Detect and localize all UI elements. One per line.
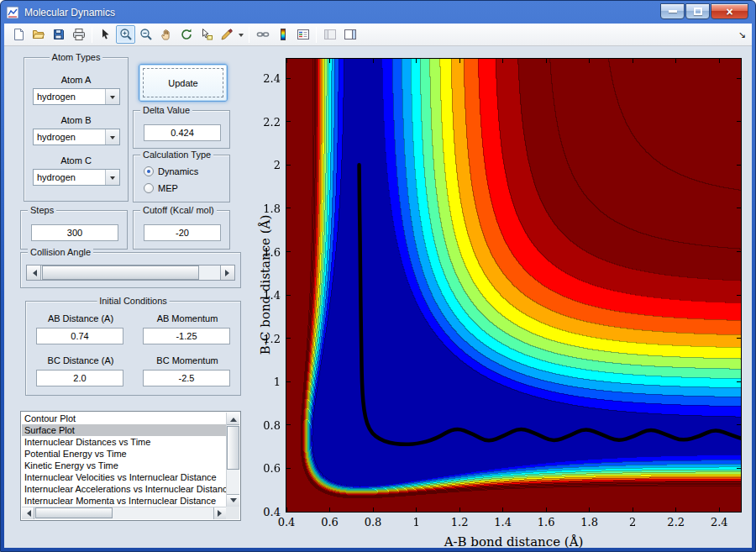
chevron-down-icon: [239, 34, 244, 39]
y-tick: [737, 165, 741, 166]
rotate-3d-button[interactable]: [176, 25, 196, 44]
x-tick-label: 1.8: [580, 516, 598, 528]
save-figure-button[interactable]: [49, 25, 68, 44]
plot-list-item[interactable]: Internuclear Velocities vs Internuclear …: [22, 471, 226, 483]
update-button[interactable]: Update: [139, 64, 228, 102]
plot-list-item[interactable]: Contour Plot: [22, 413, 226, 424]
delta-value-group: Delta Value: [133, 110, 230, 149]
x-tick: [589, 59, 590, 63]
y-tick-label: 0.8: [263, 418, 281, 431]
y-tick-label: 2: [274, 159, 281, 171]
maximize-icon: [694, 8, 702, 15]
maximize-button[interactable]: [685, 3, 710, 19]
scroll-down-button[interactable]: [227, 494, 239, 507]
print-figure-button[interactable]: [69, 25, 88, 44]
hide-plot-tools-button[interactable]: [320, 25, 339, 44]
insert-colorbar-button[interactable]: [273, 25, 292, 44]
radio-dynamics[interactable]: Dynamics: [144, 166, 198, 176]
x-tick-label: 1.2: [451, 516, 469, 528]
y-tick: [286, 468, 291, 469]
cutoff-field[interactable]: [144, 224, 221, 241]
radio-mep[interactable]: MEP: [144, 183, 178, 193]
ab-distance-field[interactable]: [36, 328, 123, 344]
x-tick: [416, 59, 417, 63]
scroll-left-button[interactable]: [22, 507, 34, 519]
hand-icon: [160, 28, 173, 41]
atom-c-select[interactable]: hydrogen: [33, 169, 120, 186]
y-tick: [286, 78, 291, 79]
zoom-in-button[interactable]: [116, 25, 135, 44]
brush-dropdown-button[interactable]: [237, 25, 245, 44]
collision-angle-slider[interactable]: [26, 265, 235, 281]
rotate-icon: [180, 28, 193, 41]
data-cursor-button[interactable]: [197, 25, 216, 44]
y-tick: [286, 381, 291, 382]
radio-icon: [144, 166, 154, 176]
minimize-button[interactable]: [660, 3, 685, 19]
new-figure-icon: [12, 28, 25, 41]
matlab-figure-icon: [6, 6, 19, 19]
plot-list-item[interactable]: Internuclear Momenta vs Internuclear Dis…: [22, 495, 226, 507]
pan-button[interactable]: [156, 25, 176, 44]
plot-list-item[interactable]: Internuclear Accelerations vs Internucle…: [22, 483, 226, 495]
calculation-type-group: Calculation Type Dynamics MEP: [133, 155, 230, 202]
atom-a-label: Atom A: [24, 75, 128, 85]
x-tick: [459, 507, 460, 512]
x-tick: [329, 507, 330, 512]
horizontal-scrollbar[interactable]: [22, 507, 226, 519]
slider-thumb[interactable]: [42, 265, 199, 280]
x-axis-label: A-B bond distance (Å): [286, 534, 741, 548]
ab-distance-label: AB Distance (A): [34, 313, 127, 323]
y-tick-label: 0.6: [263, 462, 281, 475]
plot-list-item[interactable]: Kinetic Energy vs Time: [22, 460, 226, 471]
y-tick: [737, 78, 741, 79]
atom-b-select[interactable]: hydrogen: [33, 129, 120, 145]
x-tick: [546, 59, 547, 63]
new-figure-button[interactable]: [8, 25, 28, 44]
toolbar-overflow-arrow[interactable]: ↘: [738, 29, 748, 40]
print-figure-icon: [72, 28, 86, 41]
plot-list-item[interactable]: Internuclear Distances vs Time: [22, 436, 226, 448]
slider-right-arrow[interactable]: [220, 265, 234, 280]
y-tick: [286, 165, 291, 166]
x-tick: [373, 59, 374, 63]
title-bar[interactable]: Molecular Dynamics ×: [1, 1, 755, 24]
steps-field[interactable]: [31, 224, 118, 241]
y-tick: [286, 512, 291, 513]
y-tick-label: 0.4: [263, 506, 281, 518]
plot-list-item[interactable]: Surface Plot: [22, 424, 226, 436]
vertical-scrollbar[interactable]: [226, 413, 239, 507]
arrow-left-icon: [24, 510, 31, 517]
plot-list-item[interactable]: Potential Energy vs Time: [22, 448, 226, 460]
arrow-down-icon: [230, 498, 237, 506]
ab-momentum-field[interactable]: [143, 328, 230, 344]
zoom-out-button[interactable]: [136, 25, 155, 44]
close-button[interactable]: ×: [711, 3, 748, 19]
edit-plot-button[interactable]: [96, 25, 115, 44]
bc-distance-field[interactable]: [36, 370, 123, 386]
link-plot-button[interactable]: [253, 25, 272, 44]
insert-legend-button[interactable]: [293, 25, 312, 44]
group-title: Calculation Type: [140, 150, 213, 160]
scroll-up-button[interactable]: [227, 413, 239, 425]
toolbar-separator: [316, 27, 317, 43]
contour-canvas[interactable]: [286, 59, 741, 512]
listbox-items: Contour Plot Surface Plot Internuclear D…: [22, 413, 226, 507]
arrow-left-icon: [29, 270, 37, 276]
atom-a-select[interactable]: hydrogen: [33, 88, 120, 105]
horizontal-scroll-thumb[interactable]: [35, 507, 113, 518]
show-plot-tools-button[interactable]: [340, 25, 360, 44]
vertical-scroll-thumb[interactable]: [227, 426, 239, 470]
atom-c-label: Atom C: [24, 155, 128, 166]
plot-type-listbox[interactable]: Contour Plot Surface Plot Internuclear D…: [20, 411, 241, 521]
x-tick-label: 0.8: [365, 516, 382, 528]
brush-data-button[interactable]: [217, 25, 236, 44]
open-file-button[interactable]: [29, 25, 48, 44]
bc-momentum-field[interactable]: [143, 370, 230, 386]
slider-left-arrow[interactable]: [27, 265, 41, 280]
x-tick: [675, 59, 676, 63]
scroll-right-button[interactable]: [213, 507, 226, 519]
bc-distance-label: BC Distance (A): [34, 355, 127, 365]
radio-icon: [144, 183, 154, 193]
delta-value-field[interactable]: [144, 124, 221, 141]
